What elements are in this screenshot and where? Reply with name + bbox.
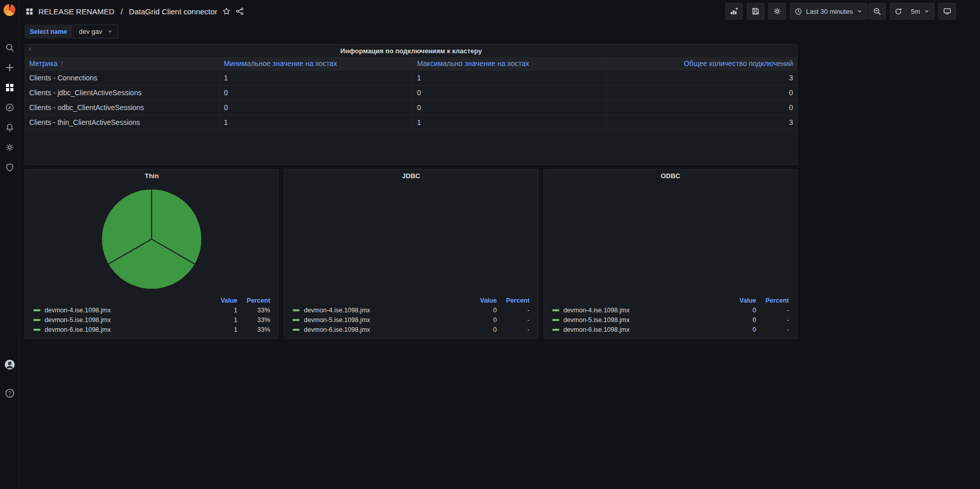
column-header-total[interactable]: Общее количество подключений (606, 57, 797, 70)
server-admin-shield-icon[interactable] (0, 157, 19, 177)
dashboards-grid-icon[interactable] (0, 77, 19, 97)
legend-series-label[interactable]: devmon-6.ise.1098.jmx (293, 326, 467, 333)
pie-slice-separator (109, 239, 152, 264)
pie-legend: Value Percent devmon-4.ise.1098.jmx0-dev… (544, 296, 797, 338)
series-color-swatch (552, 319, 559, 321)
legend-row: devmon-5.ise.1098.jmx0- (293, 315, 529, 325)
series-color-swatch (33, 309, 40, 311)
table-panel-title[interactable]: Информация по подключениям к кластеру (25, 45, 797, 57)
metric-value-cell: 0 (413, 100, 606, 115)
pie-legend: Value Percent devmon-4.ise.1098.jmx133%d… (25, 296, 278, 338)
variable-label: Select name (25, 25, 72, 38)
legend-row: devmon-5.ise.1098.jmx133% (33, 315, 270, 325)
variable-value-dropdown[interactable]: dev gav (73, 25, 118, 38)
refresh-interval-label: 5m (911, 8, 920, 15)
connections-table: Метрика ↑ Минимальное значение на хостах… (25, 57, 797, 130)
column-header-metric[interactable]: Метрика ↑ (25, 57, 220, 70)
metric-value-cell: 3 (606, 71, 797, 85)
legend-rows: devmon-4.ise.1098.jmx0-devmon-5.ise.1098… (552, 305, 789, 334)
legend-percent: 33% (237, 307, 270, 314)
breadcrumb-dashboard-title[interactable]: DataGrid Client connector (129, 7, 218, 16)
refresh-icon (894, 8, 902, 15)
legend-series-label[interactable]: devmon-4.ise.1098.jmx (293, 307, 467, 314)
help-icon[interactable]: ? (0, 383, 19, 403)
table-row: Clients - thin_ClientActiveSessions113 (25, 115, 797, 130)
variable-selected-value: dev gav (79, 28, 102, 35)
legend-percent: 33% (237, 316, 270, 324)
pie-chart-area (25, 182, 278, 296)
connections-table-panel: i Информация по подключениям к кластеру … (25, 44, 798, 165)
pie-chart-thin (102, 189, 201, 289)
metric-name-cell: Clients - jdbc_ClientActiveSessions (25, 86, 220, 100)
legend-series-label[interactable]: devmon-4.ise.1098.jmx (33, 307, 207, 314)
legend-percent-header[interactable]: Percent (756, 297, 789, 304)
tv-mode-button[interactable] (939, 3, 956, 19)
metric-name-cell: Clients - thin_ClientActiveSessions (25, 115, 220, 130)
pie-panel-title[interactable]: Thin (25, 169, 278, 182)
refresh-interval-picker[interactable]: 5m (906, 3, 934, 19)
configuration-gear-icon[interactable] (0, 137, 19, 157)
metric-value-cell: 1 (413, 71, 606, 85)
legend-value: 1 (207, 307, 237, 314)
metric-value-cell: 1 (220, 71, 413, 85)
chevron-down-icon (857, 8, 863, 14)
legend-value-header[interactable]: Value (467, 297, 497, 304)
table-header-row: Метрика ↑ Минимальное значение на хостах… (25, 57, 797, 71)
legend-header-row: Value Percent (293, 296, 529, 305)
pie-chart-area (544, 182, 797, 296)
legend-rows: devmon-4.ise.1098.jmx0-devmon-5.ise.1098… (293, 305, 529, 334)
series-name: devmon-5.ise.1098.jmx (564, 316, 630, 324)
legend-value-header[interactable]: Value (207, 297, 237, 304)
share-icon[interactable] (236, 7, 244, 15)
legend-series-label[interactable]: devmon-6.ise.1098.jmx (33, 326, 207, 333)
pie-panel-title[interactable]: JDBC (284, 169, 537, 182)
alerting-bell-icon[interactable] (0, 117, 19, 137)
breadcrumb-folder[interactable]: RELEASE RENAMED (38, 7, 114, 16)
explore-compass-icon[interactable] (0, 97, 19, 117)
grafana-logo-icon[interactable] (4, 4, 15, 16)
pie-chart-area (284, 182, 537, 296)
series-name: devmon-6.ise.1098.jmx (304, 326, 370, 333)
star-icon[interactable] (222, 7, 231, 15)
save-dashboard-button[interactable] (747, 3, 764, 19)
sort-asc-indicator: ↑ (60, 60, 63, 67)
add-panel-button[interactable] (725, 3, 743, 19)
legend-header-row: Value Percent (552, 296, 789, 305)
legend-series-label[interactable]: devmon-4.ise.1098.jmx (552, 307, 726, 314)
legend-row: devmon-4.ise.1098.jmx0- (552, 305, 789, 315)
svg-text:?: ? (8, 390, 11, 396)
metric-name-cell: Clients - odbc_ClientActiveSessions (25, 100, 220, 115)
legend-percent-header[interactable]: Percent (497, 297, 530, 304)
legend-percent-header[interactable]: Percent (237, 297, 270, 304)
time-range-picker[interactable]: Last 30 minutes (790, 3, 867, 19)
legend-value: 0 (726, 316, 756, 324)
legend-value: 0 (467, 316, 497, 324)
metric-value-cell: 0 (220, 100, 413, 115)
legend-series-label[interactable]: devmon-5.ise.1098.jmx (33, 316, 207, 324)
legend-series-label[interactable]: devmon-5.ise.1098.jmx (293, 316, 467, 324)
time-range-label: Last 30 minutes (806, 8, 853, 15)
dashboard-variables-row: Select name dev gav (25, 25, 980, 38)
create-plus-icon[interactable] (0, 57, 19, 77)
pie-slice-separator (151, 189, 152, 239)
column-header-max[interactable]: Максимально значение на хостах (413, 57, 606, 70)
pie-panel-title[interactable]: ODBC (544, 169, 797, 182)
legend-percent: - (497, 326, 530, 333)
legend-series-label[interactable]: devmon-5.ise.1098.jmx (552, 316, 726, 324)
series-color-swatch (33, 319, 40, 321)
column-header-min[interactable]: Минимальное значение на хостах (220, 57, 413, 70)
dashboard-settings-button[interactable] (768, 3, 786, 19)
series-name: devmon-4.ise.1098.jmx (304, 307, 370, 314)
dashboard-squares-icon[interactable] (26, 8, 33, 15)
panel-info-icon[interactable]: i (27, 45, 33, 52)
user-avatar[interactable] (0, 354, 19, 374)
connections-table-body: Clients - Connections113Clients - jdbc_C… (25, 71, 797, 130)
refresh-button[interactable] (890, 3, 906, 19)
legend-percent: - (497, 316, 530, 324)
legend-series-label[interactable]: devmon-6.ise.1098.jmx (552, 326, 726, 333)
sidebar-icon-group (0, 37, 19, 177)
legend-value-header[interactable]: Value (726, 297, 756, 304)
nav-sidebar: ? (0, 0, 19, 489)
zoom-out-time-button[interactable] (868, 3, 886, 19)
search-icon[interactable] (0, 37, 19, 57)
